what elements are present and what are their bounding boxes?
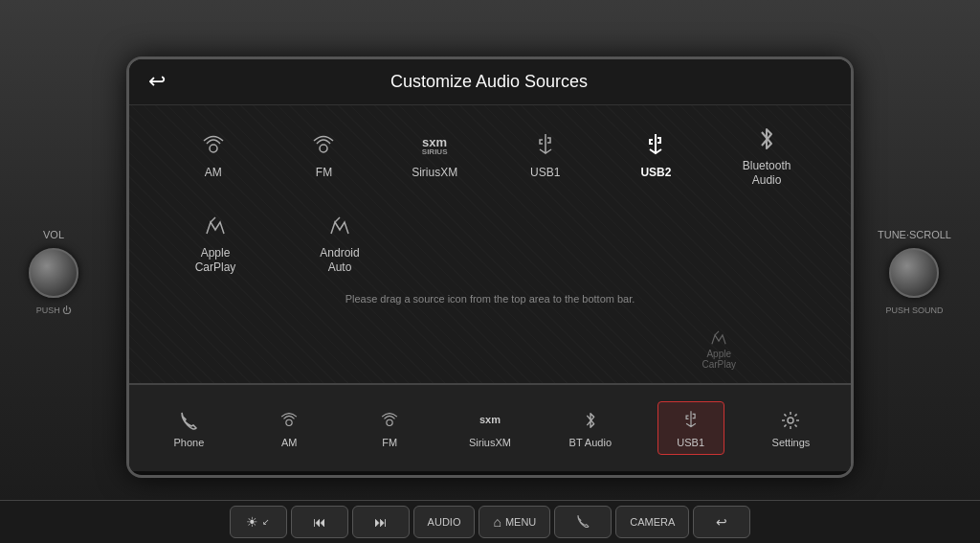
- usb2-label: USB2: [640, 166, 671, 181]
- bottom-bar: Phone AM: [129, 383, 851, 471]
- brightness-button[interactable]: ☀ ↙: [230, 506, 287, 538]
- ghost-label: AppleCarPlay: [702, 349, 736, 370]
- usb2-icon: [645, 131, 666, 160]
- drag-instruction: Please drag a source icon from the top a…: [158, 285, 822, 312]
- bar-am[interactable]: AM: [256, 402, 323, 454]
- usb1-label: USB1: [530, 166, 560, 181]
- camera-button[interactable]: CAMERA: [615, 506, 689, 538]
- bar-fm-icon: [378, 408, 401, 433]
- svg-point-4: [788, 418, 793, 423]
- vol-knob-area: VOL PUSH ⏻: [29, 229, 78, 315]
- brightness-icon: ☀: [246, 514, 258, 530]
- bar-am-label: AM: [281, 437, 298, 448]
- source-usb1[interactable]: USB1: [507, 131, 584, 181]
- audio-label: AUDIO: [428, 516, 461, 528]
- back-hw-icon: ↩: [716, 514, 727, 530]
- bar-usb1[interactable]: USB1: [657, 401, 724, 455]
- bar-phone-label: Phone: [174, 437, 205, 448]
- source-row-2: AppleCarPlay AndroidAuto: [177, 212, 822, 276]
- screen-title: Customize Audio Sources: [185, 72, 793, 92]
- bluetooth-icon: [756, 124, 777, 153]
- bar-bt-icon: [583, 408, 598, 433]
- vol-push-label: PUSH ⏻: [36, 305, 72, 315]
- tune-label: TUNE·SCROLL: [878, 229, 951, 240]
- main-screen: ↩ Customize Audio Sources AM: [126, 57, 854, 478]
- title-bar: ↩ Customize Audio Sources: [129, 59, 851, 105]
- bar-siriusxm[interactable]: sxm SiriusXM: [457, 402, 523, 454]
- usb1-icon: [535, 131, 556, 160]
- svg-point-2: [286, 419, 292, 425]
- am-label: AM: [205, 166, 222, 181]
- main-content: AM FM sxmSIRIUS: [129, 105, 851, 383]
- source-android-auto[interactable]: AndroidAuto: [301, 212, 378, 276]
- bar-phone[interactable]: Phone: [155, 402, 222, 454]
- camera-label: CAMERA: [630, 516, 675, 528]
- bar-phone-icon: [178, 408, 199, 433]
- svg-point-3: [387, 419, 392, 425]
- back-button[interactable]: ↩: [148, 69, 166, 94]
- back-hw-button[interactable]: ↩: [693, 506, 750, 538]
- bar-usb1-label: USB1: [677, 437, 704, 448]
- vol-knob[interactable]: [29, 248, 78, 298]
- vol-label: VOL: [43, 229, 64, 240]
- audio-button[interactable]: AUDIO: [413, 506, 476, 538]
- source-siriusxm[interactable]: sxmSIRIUS SiriusXM: [396, 131, 473, 181]
- siriusxm-label: SiriusXM: [412, 166, 457, 181]
- hardware-buttons: ☀ ↙ ⏮ ⏭ AUDIO ⌂ MENU CAME: [0, 500, 980, 543]
- next-icon: ⏭: [374, 514, 388, 530]
- bar-settings-label: Settings: [772, 437, 811, 448]
- android-auto-label: AndroidAuto: [320, 246, 359, 276]
- bar-fm[interactable]: FM: [356, 402, 423, 454]
- car-bezel: VOL PUSH ⏻ TUNE·SCROLL PUSH SOUND ↩ Cust…: [0, 0, 980, 543]
- apple-carplay-icon: [201, 212, 230, 240]
- menu-icon: ⌂: [493, 514, 501, 530]
- bar-bt-audio-label: BT Audio: [569, 437, 612, 448]
- tune-knob-area: TUNE·SCROLL PUSH SOUND: [878, 229, 951, 315]
- tune-push-label: PUSH SOUND: [885, 305, 943, 315]
- phone-hw-button[interactable]: [554, 506, 612, 538]
- source-usb2[interactable]: USB2: [617, 131, 694, 181]
- source-am[interactable]: AM: [175, 131, 252, 181]
- bar-usb1-icon: [682, 408, 700, 433]
- bar-bt-audio[interactable]: BT Audio: [557, 402, 624, 454]
- svg-point-0: [210, 145, 217, 152]
- fm-icon: [310, 131, 337, 160]
- menu-label: MENU: [505, 516, 536, 528]
- bar-settings-icon: [780, 408, 801, 433]
- prev-button[interactable]: ⏮: [291, 506, 348, 538]
- menu-button[interactable]: ⌂ MENU: [479, 506, 550, 538]
- siriusxm-icon: sxmSIRIUS: [422, 131, 448, 160]
- am-icon: [200, 131, 227, 160]
- apple-carplay-label: AppleCarPlay: [195, 246, 236, 276]
- android-auto-icon: [325, 212, 354, 240]
- next-button[interactable]: ⏭: [352, 506, 410, 538]
- bar-siriusxm-label: SiriusXM: [469, 437, 511, 448]
- bar-siriusxm-icon: sxm: [479, 408, 501, 433]
- tune-knob[interactable]: [889, 248, 939, 298]
- ghost-drag-icon: AppleCarPlay: [702, 328, 736, 370]
- svg-point-1: [320, 145, 327, 152]
- bar-fm-label: FM: [382, 437, 397, 448]
- source-fm[interactable]: FM: [285, 131, 362, 181]
- source-row-1: AM FM sxmSIRIUS: [158, 124, 822, 189]
- fm-label: FM: [316, 166, 332, 181]
- bar-am-icon: [278, 408, 301, 433]
- prev-icon: ⏮: [313, 514, 326, 530]
- phone-hw-icon: [575, 513, 590, 532]
- bar-settings[interactable]: Settings: [757, 402, 824, 454]
- bluetooth-audio-label: BluetoothAudio: [743, 159, 791, 189]
- source-apple-carplay[interactable]: AppleCarPlay: [177, 212, 254, 276]
- source-bluetooth-audio[interactable]: BluetoothAudio: [728, 124, 805, 189]
